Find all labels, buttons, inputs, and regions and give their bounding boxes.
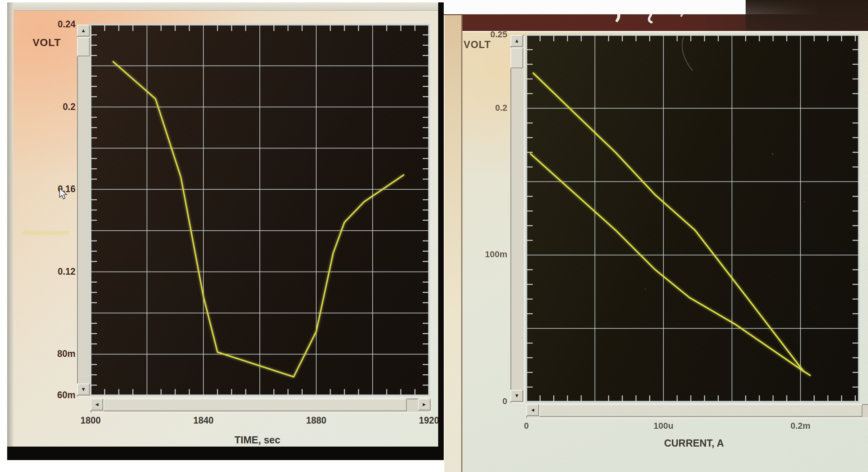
right-vertical-scrollbar-thumb[interactable]: [510, 48, 523, 68]
left-scroll-left-button[interactable]: ◄: [91, 399, 103, 410]
right-plot-area: [526, 35, 859, 402]
left-photo-left-edge: [7, 2, 14, 447]
left-scroll-up-button[interactable]: ▲: [77, 25, 90, 37]
x-tick-label: 1840: [182, 415, 225, 426]
x-tick-label: 1880: [294, 415, 338, 426]
left-plot-grid-and-trace: [91, 25, 429, 395]
y-tick-label: 0: [468, 396, 507, 406]
y-tick-label: 100m: [468, 249, 507, 260]
y-tick-label: 0.24: [36, 19, 75, 30]
left-x-axis-title: TIME, sec: [166, 434, 349, 446]
y-tick-label: 60m: [36, 390, 75, 401]
right-x-axis-title: CURRENT, A: [611, 437, 777, 449]
y-tick-label: 0.16: [36, 184, 75, 195]
right-scroll-up-button[interactable]: ▲: [510, 35, 523, 47]
x-tick-label: 0.2m: [779, 421, 822, 431]
y-tick-label: 0.25: [468, 29, 507, 40]
right-screen-photo: VOLT ▲ ▼ ◄ CURRENT, A 0.250.2100m00100u0…: [444, 0, 868, 472]
left-photo-top-edge: [7, 2, 438, 11]
right-y-axis-title: VOLT: [464, 39, 491, 50]
right-vertical-scrollbar[interactable]: [510, 35, 525, 403]
x-tick-label: 0: [505, 421, 548, 431]
left-horizontal-scrollbar[interactable]: [91, 399, 431, 413]
x-tick-label: 1920: [407, 415, 444, 426]
left-scroll-down-button[interactable]: ▼: [77, 383, 90, 395]
bezel-dark-corner: [746, 0, 868, 33]
y-tick-label: 0.2: [36, 102, 75, 112]
trace-voltage-vs-time: [113, 62, 404, 377]
left-plot-area: [91, 25, 429, 395]
left-screen-photo: VOLT ▲ ▼ ◄ ► TIME, sec 0.240.20.160.1280…: [7, 2, 444, 460]
left-horizontal-scrollbar-thumb[interactable]: [103, 399, 407, 411]
x-tick-label: 1800: [69, 415, 112, 426]
left-vertical-scrollbar[interactable]: [77, 25, 91, 397]
y-tick-label: 0.12: [36, 266, 75, 277]
right-horizontal-scrollbar[interactable]: [526, 404, 868, 418]
y-tick-label: 0.2: [468, 103, 507, 113]
mouse-cursor-icon: [59, 188, 69, 200]
left-vertical-scrollbar-thumb[interactable]: [77, 37, 90, 56]
reflection-streak: [22, 231, 69, 234]
desktop-photos-canvas: VOLT ▲ ▼ ◄ ► TIME, sec 0.240.20.160.1280…: [0, 0, 868, 472]
white-smudge-marks: [603, 3, 706, 27]
right-scroll-down-button[interactable]: ▼: [510, 390, 523, 402]
screen-scratch-mark: [526, 35, 859, 402]
left-scroll-right-button[interactable]: ►: [418, 399, 431, 410]
crt-left-bezel: [444, 15, 462, 472]
right-horizontal-scrollbar-thumb[interactable]: [539, 404, 862, 417]
x-tick-label: 100u: [642, 421, 685, 431]
right-scroll-left-button[interactable]: ◄: [526, 404, 539, 416]
left-y-axis-title: VOLT: [33, 37, 61, 49]
y-tick-label: 80m: [36, 349, 75, 359]
